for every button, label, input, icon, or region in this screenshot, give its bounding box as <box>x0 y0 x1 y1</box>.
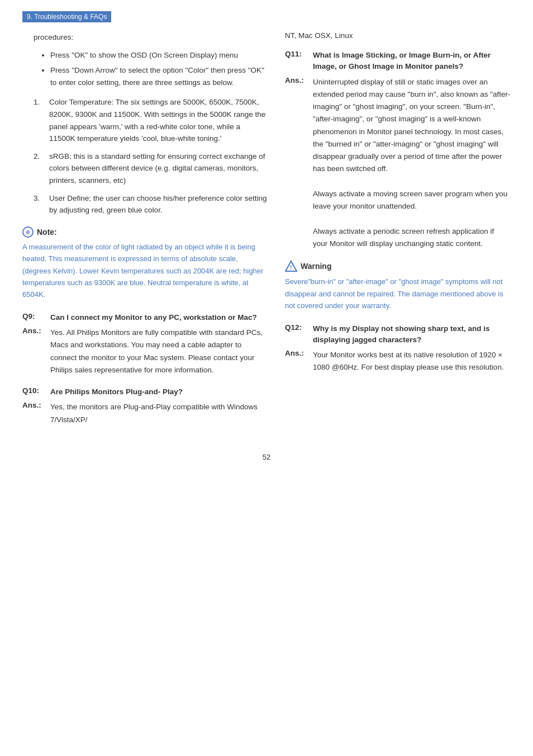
page-number: 52 <box>22 453 511 461</box>
list-item: Press "Down Arrow" to select the option … <box>50 64 268 88</box>
a-text: Yes, the monitors are Plug-and-Play comp… <box>50 401 268 426</box>
right-intro: NT, Mac OSX, Linux <box>285 31 511 40</box>
list-text: Color Temperature: The six settings are … <box>49 96 268 144</box>
a-text: Uninterrupted display of still or static… <box>313 76 511 251</box>
bullet-list: Press "OK" to show the OSD (On Screen Di… <box>22 49 268 89</box>
note-title: Note: <box>37 228 57 237</box>
list-num: 3. <box>34 192 44 216</box>
qa-block-q11: Q11: What is Image Sticking, or Image Bu… <box>285 50 511 250</box>
qa-block-q9: Q9: Can I connect my Monitor to any PC, … <box>22 312 268 376</box>
qa-answer: Ans.: Uninterrupted display of still or … <box>285 76 511 251</box>
qa-answer: Ans.: Yes. All Philips Monitors are full… <box>22 327 268 376</box>
a-label: Ans.: <box>22 327 44 376</box>
left-column: procedures: Press "OK" to show the OSD (… <box>22 31 268 436</box>
warning-title: Warning <box>301 262 331 271</box>
q-label: Q12: <box>285 323 306 346</box>
qa-answer: Ans.: Your Monitor works best at its nat… <box>285 349 511 374</box>
list-text: sRGB; this is a standard setting for ens… <box>49 150 268 187</box>
qa-block-q10: Q10: Are Philips Monitors Plug-and- Play… <box>22 386 268 426</box>
list-num: 1. <box>34 96 44 144</box>
qa-answer: Ans.: Yes, the monitors are Plug-and-Pla… <box>22 401 268 426</box>
q-text: Can I connect my Monitor to any PC, work… <box>50 312 257 323</box>
a-label: Ans.: <box>22 401 44 426</box>
breadcrumb: 9. Troubleshooting & FAQs <box>22 11 111 22</box>
warning-icon: ! <box>285 260 297 272</box>
q-label: Q10: <box>22 386 44 398</box>
a-text: Yes. All Philips Monitors are fully comp… <box>50 327 268 376</box>
page: 9. Troubleshooting & FAQs procedures: Pr… <box>0 0 533 756</box>
list-text: User Define; the user can choose his/her… <box>49 192 268 216</box>
qa-question: Q9: Can I connect my Monitor to any PC, … <box>22 312 268 323</box>
q-text: Why is my Display not showing sharp text… <box>313 323 511 346</box>
warning-text: Severe"burn-in" or "after-image" or "gho… <box>285 276 511 311</box>
note-header: e Note: <box>22 226 268 238</box>
list-item: 2. sRGB; this is a standard setting for … <box>22 150 268 187</box>
svg-text:!: ! <box>290 264 292 271</box>
qa-block-q12: Q12: Why is my Display not showing sharp… <box>285 323 511 374</box>
note-text: A measurement of the color of light radi… <box>22 241 268 301</box>
right-column: NT, Mac OSX, Linux Q11: What is Image St… <box>285 31 511 436</box>
intro-text: procedures: <box>22 31 268 44</box>
list-item: 3. User Define; the user can choose his/… <box>22 192 268 216</box>
q-label: Q11: <box>285 50 306 73</box>
note-icon: e <box>22 226 34 238</box>
note-box: e Note: A measurement of the color of li… <box>22 226 268 301</box>
list-item: Press "OK" to show the OSD (On Screen Di… <box>50 49 268 62</box>
list-item: 1. Color Temperature: The six settings a… <box>22 96 268 144</box>
qa-question: Q10: Are Philips Monitors Plug-and- Play… <box>22 386 268 398</box>
warning-box: ! Warning Severe"burn-in" or "after-imag… <box>285 260 511 311</box>
q-text: Are Philips Monitors Plug-and- Play? <box>50 386 183 398</box>
a-label: Ans.: <box>285 76 306 251</box>
q-text: What is Image Sticking, or Image Burn-in… <box>313 50 511 73</box>
q-label: Q9: <box>22 312 44 323</box>
a-text: Your Monitor works best at its native re… <box>313 349 511 374</box>
qa-question: Q12: Why is my Display not showing sharp… <box>285 323 511 346</box>
qa-question: Q11: What is Image Sticking, or Image Bu… <box>285 50 511 73</box>
warning-header: ! Warning <box>285 260 511 272</box>
a-label: Ans.: <box>285 349 306 374</box>
numbered-list: 1. Color Temperature: The six settings a… <box>22 96 268 216</box>
list-num: 2. <box>34 150 44 187</box>
